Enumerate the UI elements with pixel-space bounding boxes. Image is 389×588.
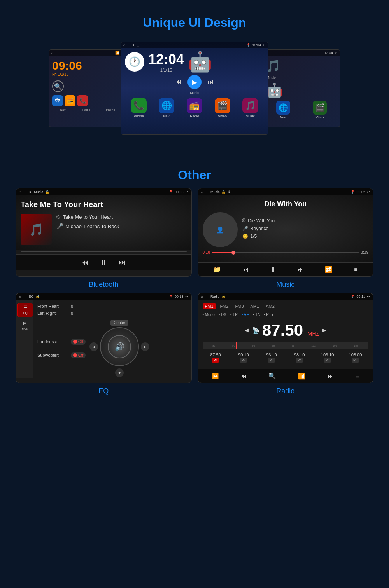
center-status-time: 12:04 [252,43,261,47]
radio-list-icon[interactable]: ≡ [356,373,359,380]
music-lock-icon: 🔒 [221,190,226,194]
music-total-time: 3:39 [361,250,368,255]
left-right-value: 0 [71,311,73,316]
music-play-btn[interactable]: ⏸ [270,266,276,273]
center-screen: ⌂ ⋮ ★ ⊞ 📍 12:04 ↩ 🕐 12:04 1/1/16 [121,42,268,135]
preset-1[interactable]: 87.50 P1 [203,352,229,363]
right-video-icon: 🎬 [313,101,327,115]
radio-tuner-scale[interactable]: 8790939699102105108 [203,342,369,349]
music-progress-bar[interactable] [212,252,359,253]
music-folder-icon[interactable]: 📁 [213,266,221,273]
navi-label: Navi [60,108,66,112]
left-home-icon: ⌂ [51,51,53,55]
loudness-toggle[interactable]: Off [71,339,86,345]
preset-3[interactable]: 96.10 P3 [258,352,284,363]
eq-location-icon: 📍 [169,295,173,298]
music-play-button[interactable]: ▶ [187,75,202,89]
center-music-app[interactable]: 🎵 Music [242,98,258,118]
radio-freq-row: ◄ 📡 87.50 MHz ► [203,319,369,342]
eq-back-icon: ↩ [185,295,188,298]
center-screen-content: 🕐 12:04 1/1/16 🤖 ⏮ ▶ ⏭ Music 📞 P [121,48,268,120]
music-next-icon[interactable]: ⏭ [207,75,214,89]
radio-app-left[interactable]: 📻 [65,95,75,106]
navi-app-left[interactable]: 🗺 [52,95,63,106]
preset-5[interactable]: 106.10 P5 [314,352,340,363]
radio-tune-right[interactable]: ► [321,327,328,334]
eq-status-time: 09:13 [175,295,184,298]
radio-band-selector: FM1 FM2 FM3 AM1 AM2 [203,303,369,309]
subwoofer-value: Off [78,353,83,358]
phone-app-icon: 📞 [131,98,147,113]
bt-next-button[interactable]: ⏭ [119,258,126,267]
center-radio-app[interactable]: 📻 Radio [187,98,202,118]
center-navi-app[interactable]: 🌐 Navi [159,98,174,118]
right-video-app[interactable]: 🎬 Video [303,101,337,119]
music-next-btn[interactable]: ⏭ [298,266,304,273]
radio-label: Radio [82,108,90,112]
music-list-icon[interactable]: ≡ [354,266,357,273]
subwoofer-toggle[interactable]: Off [71,352,86,358]
music-track-row: © Die With You [242,218,369,223]
am1-band[interactable]: AM1 [248,303,262,309]
loudness-label: Loudness: [37,339,68,344]
music-prev-btn[interactable]: ⏮ [242,266,249,273]
labels-row-1: Bluetooth Music [16,277,373,293]
bt-status-time: 00:05 [175,190,184,194]
radio-menu-icon: ⋮ [205,295,209,298]
music-menu-icon: ⋮ [205,190,209,194]
center-back-icon: ↩ [263,43,266,47]
radio-frequency-display: 87.50 MHz [262,321,319,340]
music-repeat-icon[interactable]: 🔁 [325,266,333,273]
bt-artist-row: 🎤 Michael Learns To Rock [56,223,119,229]
radio-next-btn[interactable]: ⏭ [328,373,334,380]
eq-bars-icon: ☰ [23,305,28,311]
preset-4[interactable]: 98.10 P4 [286,352,312,363]
radio-prev-btn[interactable]: ⏮ [240,373,247,380]
fm1-band[interactable]: FM1 [203,303,216,309]
left-app-row: 🗺 📻 📞 [52,95,123,106]
music-info-row: 👤 © Die With You 🎤 Beyoncé 😊 1/5 [203,212,369,247]
phone-label: Phone [106,108,115,112]
radio-wifi-icon[interactable]: 📶 [298,372,306,380]
fm3-band[interactable]: FM3 [233,303,246,309]
music-signal-icon: ✤ [228,190,231,194]
android-mascot-center: 🤖 [188,51,212,73]
preset-2[interactable]: 90.10 P2 [230,352,256,363]
eq-down-btn[interactable]: ▼ [115,368,124,377]
radio-status-right: 📍 09:11 ↩ [350,295,370,298]
center-video-app[interactable]: 🎬 Video [215,98,230,118]
phone-app-left[interactable]: 📞 [77,95,88,106]
right-navi-app[interactable]: 🌐 Navi [266,101,300,119]
right-video-label: Video [316,115,324,119]
front-rear-label: Front Rear: [37,304,68,309]
radio-tune-left[interactable]: ◄ [244,327,250,334]
music-prev-icon[interactable]: ⏮ [175,75,182,89]
left-right-label: Left Right: [37,311,68,316]
tuner-scale-inner: 8790939699102105108 [203,342,369,349]
left-right-row: Left Right: 0 [37,311,187,316]
bt-album-art: 🎵 [21,214,52,245]
search-icon[interactable]: 🔍 [52,80,64,92]
center-time-date: 12:04 1/1/16 [148,51,184,72]
eq-controls-left: Loudness: Off Subwoofer: Off [37,339,86,358]
center-phone-app[interactable]: 📞 Phone [131,98,147,118]
player-screens-grid: ⌂ ⋮ BT Music 🔒 📍 00:05 ↩ Take Me To Your… [16,188,373,277]
tuner-scale-marks: 8790939699102105108 [203,344,369,347]
bt-play-button[interactable]: ⏸ [100,258,107,267]
radio-forward-icon[interactable]: ⏩ [212,373,219,379]
am2-band[interactable]: AM2 [263,303,277,309]
fab-tab[interactable]: ⊞ FAB [17,319,33,332]
radio-scan-icon[interactable]: 🔍 [268,372,276,380]
preset-6[interactable]: 108.00 P6 [342,352,368,363]
eq-right-btn[interactable]: ► [141,342,149,351]
center-button[interactable]: Center [110,320,128,326]
eq-left-btn[interactable]: ◄ [89,342,98,351]
phone-app-label: Phone [134,114,144,118]
music-player-screen: ⌂ ⋮ Music 🔒 ✤ 📍 00:02 ↩ Die With You 👤 [198,188,374,277]
eq-knob[interactable]: 🔊 [100,327,139,366]
fm2-band[interactable]: FM2 [218,303,231,309]
center-statusbar: ⌂ ⋮ ★ ⊞ 📍 12:04 ↩ [121,42,268,48]
eq-tab[interactable]: ☰ EQ [17,303,33,317]
bt-prev-button[interactable]: ⏮ [81,258,88,267]
eq-tab-label: EQ [23,311,28,315]
